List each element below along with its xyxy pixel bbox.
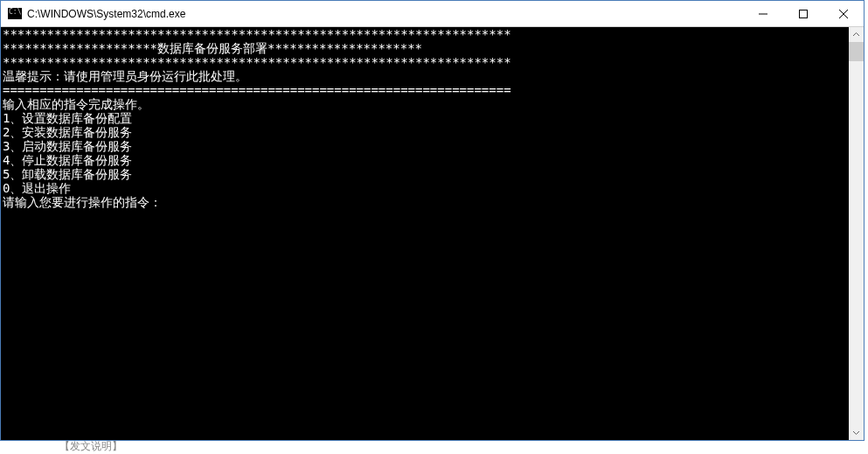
chevron-up-icon <box>853 31 859 38</box>
console-line: ****************************************… <box>3 55 511 69</box>
console-line: 输入相应的指令完成操作。 <box>3 97 149 111</box>
scroll-down-button[interactable] <box>849 425 864 440</box>
cmd-icon: C:\ <box>8 8 22 19</box>
scroll-up-button[interactable] <box>849 27 864 42</box>
console-line: 1、设置数据库备份配置 <box>3 111 132 125</box>
console-line: 0、退出操作 <box>3 181 71 195</box>
minimize-icon <box>759 10 767 18</box>
scrollbar-thumb[interactable] <box>849 42 864 61</box>
close-button[interactable] <box>823 1 864 26</box>
console-line: 5、卸载数据库备份服务 <box>3 167 132 181</box>
titlebar[interactable]: C:\ C:\WINDOWS\System32\cmd.exe <box>1 1 864 27</box>
cmd-window: C:\ C:\WINDOWS\System32\cmd.exe ********… <box>0 0 865 441</box>
console-line: ========================================… <box>3 83 511 97</box>
vertical-scrollbar[interactable] <box>849 27 864 440</box>
window-title: C:\WINDOWS\System32\cmd.exe <box>27 8 743 20</box>
window-controls <box>743 1 864 26</box>
scrollbar-track[interactable] <box>849 42 864 425</box>
console-output[interactable]: ****************************************… <box>1 27 849 440</box>
minimize-button[interactable] <box>743 1 783 26</box>
console-line: ****************************************… <box>3 27 511 41</box>
console-line: 温馨提示：请使用管理员身份运行此批处理。 <box>3 69 247 83</box>
close-icon <box>839 10 848 18</box>
maximize-button[interactable] <box>783 1 823 26</box>
console-line: *********************数据库备份服务部署**********… <box>3 41 422 55</box>
chevron-down-icon <box>853 430 859 436</box>
console-line: 2、安装数据库备份服务 <box>3 125 132 139</box>
svg-rect-1 <box>800 10 808 17</box>
console-line: 请输入您要进行操作的指令： <box>3 195 162 209</box>
console-line: 4、停止数据库备份服务 <box>3 153 132 167</box>
maximize-icon <box>799 10 808 18</box>
console-wrap: ****************************************… <box>1 27 864 440</box>
console-line: 3、启动数据库备份服务 <box>3 139 132 153</box>
background-tab-text: 【发文说明】 <box>59 439 122 454</box>
